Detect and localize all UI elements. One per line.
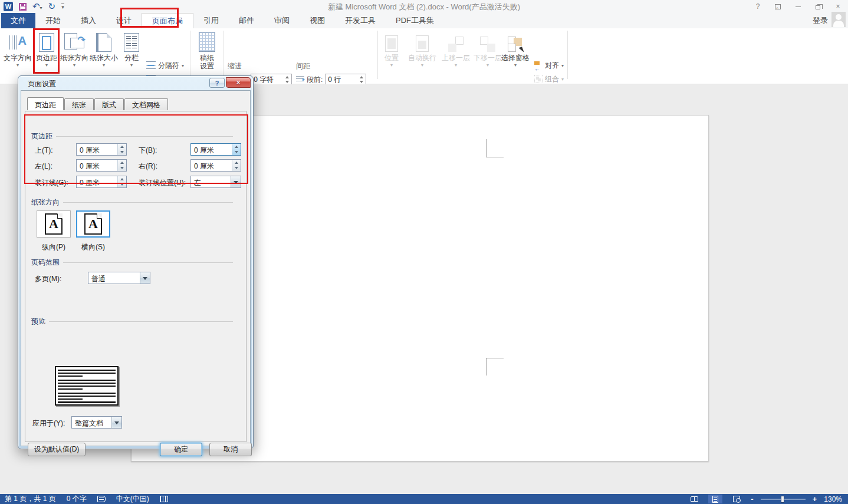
restore-icon[interactable] — [810, 1, 826, 12]
manuscript-setup-button[interactable]: 稿纸设置 — [195, 31, 219, 70]
titlebar: W ↶▾ ↻ ▾ 新建 Microsoft Word 文档 (2).docx -… — [0, 0, 848, 13]
spinner[interactable] — [232, 160, 241, 171]
portrait-icon: A — [45, 213, 63, 235]
landscape-icon: A — [84, 213, 102, 235]
tab-file[interactable]: 文件 — [1, 13, 35, 28]
zoom-in-button[interactable]: + — [813, 495, 817, 503]
send-backward-icon — [480, 37, 495, 52]
pages-section-label: 页码范围 — [31, 258, 233, 268]
indent-label: 缩进 — [228, 61, 242, 71]
spinner[interactable] — [117, 176, 126, 187]
zoom-slider[interactable] — [761, 499, 806, 500]
sign-in-link[interactable]: 登录 — [813, 13, 828, 28]
margin-left-label: 左(L): — [35, 162, 52, 172]
dialog-tabs: 页边距 纸张 版式 文档网格 — [27, 98, 169, 111]
zoom-slider-thumb[interactable] — [781, 496, 784, 503]
gutter-position-label: 装订线位置(U): — [139, 178, 186, 188]
close-icon[interactable]: × — [830, 1, 846, 12]
align-icon — [534, 61, 543, 70]
dropdown-arrow-icon[interactable] — [231, 176, 241, 187]
language-indicator[interactable]: 中文(中国) — [116, 494, 149, 504]
save-icon[interactable] — [19, 3, 27, 11]
margins-button[interactable]: 页边距▾ — [34, 31, 59, 68]
paper-size-icon — [96, 33, 111, 52]
apply-to-dropdown[interactable]: 整篇文档 — [71, 416, 122, 429]
proofing-icon[interactable] — [97, 496, 106, 502]
paper-size-button[interactable]: 纸张大小▾ — [90, 31, 118, 68]
cancel-button[interactable]: 取消 — [209, 443, 252, 456]
tab-home[interactable]: 开始 — [35, 13, 71, 28]
dialog-tab-margins[interactable]: 页边距 — [27, 97, 64, 110]
tab-design[interactable]: 设计 — [106, 13, 142, 28]
breaks-button[interactable]: 分隔符▾ — [146, 60, 184, 71]
gutter-label: 装订线(G): — [35, 178, 68, 188]
gutter-field[interactable]: 0 厘米 — [76, 176, 127, 188]
tab-developer[interactable]: 开发工具 — [335, 13, 386, 28]
gutter-position-dropdown[interactable]: 左 — [190, 176, 241, 188]
spacing-before-icon — [296, 76, 304, 83]
ribbon-display-options-icon[interactable] — [770, 1, 785, 12]
selection-pane-icon — [508, 37, 523, 52]
breaks-icon — [146, 61, 156, 70]
bring-forward-icon — [448, 37, 464, 52]
columns-button[interactable]: 分栏▾ — [120, 31, 143, 68]
dialog-close-button[interactable]: ✕ — [226, 77, 251, 88]
position-button: 位置▾ — [381, 31, 402, 68]
orientation-button[interactable]: 纸张方向▾ — [60, 31, 88, 68]
margin-top-field[interactable]: 0 厘米 — [76, 143, 127, 156]
ribbon-tab-row: 文件 开始 插入 设计 页面布局 引用 邮件 审阅 视图 开发工具 PDF工具集… — [0, 13, 848, 28]
dialog-help-button[interactable]: ? — [209, 78, 225, 88]
multiple-pages-label: 多页(M): — [35, 274, 61, 284]
dialog-tab-document-grid[interactable]: 文档网格 — [124, 98, 168, 110]
tab-view[interactable]: 视图 — [300, 13, 335, 28]
zoom-level[interactable]: 130% — [824, 495, 842, 503]
tab-mailings[interactable]: 邮件 — [229, 13, 264, 28]
margin-bottom-label: 下(B): — [139, 146, 157, 156]
word-count[interactable]: 0 个字 — [67, 494, 87, 504]
set-default-button[interactable]: 设为默认值(D) — [28, 443, 86, 456]
redo-icon[interactable]: ↻ — [48, 2, 56, 11]
spacing-before-field[interactable]: 0 行 — [325, 74, 366, 85]
web-layout-button[interactable] — [729, 495, 744, 503]
page-indicator[interactable]: 第 1 页，共 1 页 — [5, 494, 56, 504]
quick-access-toolbar: W ↶▾ ↻ ▾ — [4, 1, 64, 12]
tab-references[interactable]: 引用 — [193, 13, 229, 28]
multiple-pages-dropdown[interactable]: 普通 — [88, 272, 150, 284]
read-mode-button[interactable] — [687, 495, 701, 503]
window-controls: ? × — [750, 0, 846, 13]
macro-record-icon[interactable] — [160, 496, 168, 502]
spinner[interactable] — [117, 144, 126, 155]
help-icon[interactable]: ? — [750, 1, 765, 12]
text-direction-button[interactable]: 文字方向▾ — [2, 31, 33, 68]
dialog-tab-paper[interactable]: 纸张 — [64, 98, 94, 110]
margin-bottom-field[interactable]: 0 厘米 — [190, 143, 241, 156]
window-title: 新建 Microsoft Word 文档 (2).docx - Word(产品激… — [0, 2, 848, 12]
undo-button[interactable]: ↶▾ — [32, 2, 42, 11]
customize-qat-icon[interactable]: ▾ — [61, 4, 64, 9]
margin-top-label: 上(T): — [35, 146, 53, 156]
spinner[interactable] — [117, 160, 126, 171]
dialog-body: 页边距 纸张 版式 文档网格 页边距 上(T): 0 厘米 下(B): 0 厘米… — [21, 90, 251, 446]
selection-pane-button[interactable]: 选择窗格▾ — [500, 31, 531, 68]
landscape-option[interactable]: A — [76, 210, 110, 238]
tab-page-layout[interactable]: 页面布局 — [142, 13, 193, 28]
avatar[interactable] — [831, 12, 846, 27]
print-layout-button[interactable] — [708, 495, 722, 503]
ok-button[interactable]: 确定 — [160, 443, 202, 456]
dialog-tab-page: 页边距 上(T): 0 厘米 下(B): 0 厘米 左(L): 0 厘米 右(R… — [25, 111, 246, 442]
dropdown-arrow-icon[interactable] — [111, 417, 121, 428]
indent-left-field[interactable]: 0 字符 — [251, 74, 292, 85]
tab-review[interactable]: 审阅 — [264, 13, 300, 28]
dialog-tab-layout[interactable]: 版式 — [94, 98, 124, 110]
zoom-out-button[interactable]: - — [751, 495, 753, 503]
dropdown-arrow-icon[interactable] — [140, 272, 150, 284]
margin-left-field[interactable]: 0 厘米 — [76, 159, 127, 172]
tab-pdf-tools[interactable]: PDF工具集 — [386, 13, 444, 28]
tab-insert[interactable]: 插入 — [71, 13, 106, 28]
portrait-option[interactable]: A — [37, 210, 71, 238]
spacing-label: 间距 — [296, 61, 310, 71]
align-button[interactable]: 对齐▾ — [534, 60, 564, 71]
minimize-icon[interactable] — [790, 1, 806, 12]
margin-right-field[interactable]: 0 厘米 — [190, 159, 241, 172]
spinner[interactable] — [232, 144, 241, 155]
